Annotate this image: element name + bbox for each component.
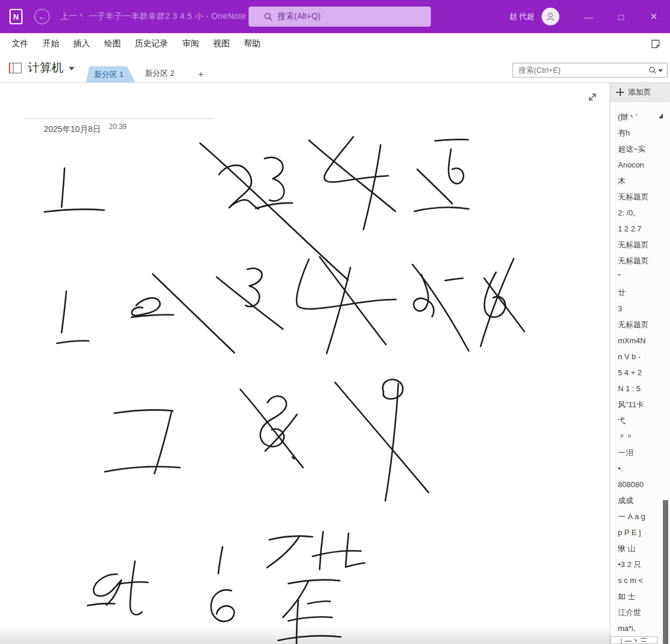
page-list-item[interactable]: 无标题页 bbox=[610, 317, 662, 333]
ink-stroke bbox=[269, 536, 313, 540]
page-list-item[interactable]: 无标题页 bbox=[610, 237, 662, 253]
ink-stroke bbox=[88, 604, 115, 606]
ink-stroke bbox=[320, 532, 323, 569]
add-page-button[interactable]: 添加页 bbox=[610, 83, 670, 102]
ink-stroke bbox=[240, 389, 303, 468]
add-section-tab[interactable]: + bbox=[189, 67, 214, 82]
ink-stroke bbox=[335, 382, 429, 492]
page-list-item[interactable]: 弋 bbox=[610, 413, 662, 429]
ink-stroke bbox=[105, 466, 180, 472]
page-search-placeholder: 搜索(Ctrl+E) bbox=[518, 65, 649, 76]
page-canvas[interactable]: 2025年10月8日 20:39 bbox=[0, 83, 610, 644]
page-list-item[interactable]: 愀 山 bbox=[610, 540, 662, 556]
page-list-item[interactable]: 1 2 2 7 bbox=[610, 221, 662, 237]
ink-stroke bbox=[218, 547, 223, 574]
chevron-down-icon bbox=[69, 67, 75, 70]
page-list: (辦丶'有h超这~实Anocon木无标题页2: /0,1 2 2 7无标题页无标… bbox=[610, 102, 662, 644]
page-list-item[interactable]: 成成 bbox=[610, 492, 662, 508]
menu-item-插入[interactable]: 插入 bbox=[73, 38, 90, 49]
ink-stroke bbox=[484, 278, 524, 331]
ink-stroke bbox=[385, 384, 398, 501]
section-tab-新分区 1[interactable]: 新分区 1 bbox=[86, 66, 136, 82]
avatar[interactable] bbox=[542, 8, 559, 25]
notebook-icon bbox=[8, 62, 22, 74]
ink-stroke bbox=[414, 275, 434, 317]
ink-stroke bbox=[154, 411, 172, 474]
page-list-item[interactable]: 〃〃 bbox=[610, 429, 662, 445]
page-search-box[interactable]: 搜索(Ctrl+E) bbox=[513, 63, 668, 78]
titlebar-search[interactable]: 搜索(Alt+Q) bbox=[249, 7, 431, 27]
page-list-item[interactable]: 5 4 + 2 bbox=[610, 365, 662, 381]
notebook-selector[interactable]: 计算机 bbox=[8, 60, 75, 76]
page-list-item[interactable]: 风"11卡 bbox=[610, 397, 662, 413]
plus-icon bbox=[616, 88, 624, 96]
ink-stroke bbox=[211, 590, 234, 622]
page-list-item[interactable]: 2: /0, bbox=[610, 205, 662, 221]
section-tabs: 新分区 1新分区 2+ bbox=[86, 64, 214, 82]
page-list-item[interactable]: 808080 bbox=[610, 476, 662, 492]
ink-stroke bbox=[132, 298, 160, 315]
page-list-item[interactable]: ma*i, bbox=[610, 620, 662, 636]
onenote-window: N ← 上一丶 一子丰子一丰群幸群2 3 4 5 小 - OneNote 搜索(… bbox=[0, 0, 670, 644]
page-list-item[interactable]: s c m < bbox=[610, 572, 662, 588]
ink-stroke bbox=[114, 410, 173, 413]
page-list-item[interactable]: 廿 bbox=[610, 285, 662, 301]
close-button[interactable]: ✕ bbox=[637, 0, 670, 33]
page-list-item[interactable]: 一 A a g bbox=[610, 508, 662, 524]
ink-stroke bbox=[484, 272, 505, 317]
page-list-item[interactable]: •3 2 只 bbox=[610, 556, 662, 572]
sticky-note-icon[interactable] bbox=[650, 39, 661, 49]
ink-stroke bbox=[383, 379, 403, 399]
page-list-item[interactable]: Anocon bbox=[610, 157, 662, 173]
menu-item-帮助[interactable]: 帮助 bbox=[244, 38, 260, 49]
page-list-item[interactable]: 如 士 bbox=[610, 588, 662, 604]
title-bar: N ← 上一丶 一子丰子一丰群幸群2 3 4 5 小 - OneNote 搜索(… bbox=[0, 0, 670, 33]
ink-stroke bbox=[308, 601, 330, 604]
menu-item-文件[interactable]: 文件 bbox=[12, 38, 28, 49]
ink-stroke bbox=[62, 168, 65, 207]
search-icon bbox=[264, 12, 272, 21]
ink-stroke bbox=[288, 617, 332, 621]
page-list-item[interactable]: 江介世 bbox=[610, 604, 662, 620]
titlebar-search-placeholder: 搜索(Alt+Q) bbox=[278, 11, 321, 22]
back-button[interactable]: ← bbox=[34, 9, 50, 24]
ink-stroke bbox=[481, 259, 514, 346]
page-list-item[interactable]: n V b - bbox=[610, 349, 662, 365]
scrollbar-thumb[interactable] bbox=[663, 500, 668, 644]
ink-stroke bbox=[417, 169, 452, 204]
add-page-label: 添加页 bbox=[628, 87, 651, 98]
ink-stroke bbox=[219, 165, 259, 209]
minimize-button[interactable]: — bbox=[572, 0, 605, 33]
page-list-item[interactable]: " bbox=[610, 269, 662, 285]
ink-stroke bbox=[246, 268, 262, 307]
section-tab-新分区 2[interactable]: 新分区 2 bbox=[137, 64, 186, 82]
menu-item-开始[interactable]: 开始 bbox=[43, 38, 59, 49]
menu-item-审阅[interactable]: 审阅 bbox=[182, 38, 199, 49]
page-list-item[interactable]: (辦丶' bbox=[610, 109, 662, 125]
ink-canvas bbox=[0, 83, 610, 644]
menu-bar: 文件开始插入绘图历史记录审阅视图帮助 bbox=[0, 33, 670, 54]
navigation-row: 计算机 新分区 1新分区 2+ 搜索(Ctrl+E) bbox=[0, 54, 670, 83]
page-list-item[interactable]: 超这~实 bbox=[610, 141, 662, 157]
page-list-item[interactable]: N 1 : 5 bbox=[610, 381, 662, 397]
page-list-item[interactable]: 无标题页 bbox=[610, 189, 662, 205]
page-list-item[interactable]: 3 bbox=[610, 301, 662, 317]
menu-item-历史记录[interactable]: 历史记录 bbox=[135, 38, 168, 49]
page-list-item[interactable]: 无标题页 bbox=[610, 253, 662, 269]
search-scope-caret-icon[interactable] bbox=[658, 69, 663, 72]
ink-stroke bbox=[260, 396, 286, 446]
menu-item-视图[interactable]: 视图 bbox=[213, 38, 230, 49]
page-list-item[interactable]: 木 bbox=[610, 173, 662, 189]
page-list-item[interactable]: p P E ] bbox=[610, 524, 662, 540]
maximize-button[interactable]: □ bbox=[605, 0, 637, 33]
menu-item-绘图[interactable]: 绘图 bbox=[104, 38, 121, 49]
ink-stroke bbox=[265, 157, 284, 201]
page-list-item[interactable]: mXm4N bbox=[610, 333, 662, 349]
page-list-item[interactable]: •. bbox=[610, 461, 662, 476]
page-list-item[interactable]: 有h bbox=[610, 125, 662, 141]
ink-stroke bbox=[44, 210, 104, 212]
ink-stroke bbox=[327, 268, 350, 353]
page-list-item-partial[interactable]: ⊥一丶三 bbox=[610, 636, 658, 644]
ink-stroke bbox=[217, 277, 283, 329]
page-list-item[interactable]: 一泪 bbox=[610, 445, 662, 461]
